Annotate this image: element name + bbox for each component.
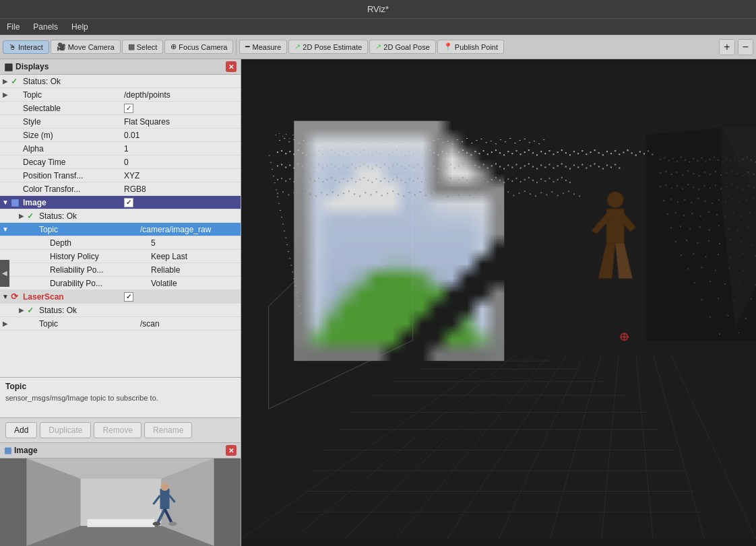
svg-rect-294 [581,164,583,166]
durability-row[interactable]: Durability Po... Volatile [0,277,241,290]
displays-close-btn[interactable]: ✕ [226,61,237,72]
remove-btn[interactable]: Remove [94,422,141,438]
svg-rect-107 [273,176,274,176]
svg-rect-215 [635,154,637,156]
svg-rect-426 [551,191,553,193]
svg-rect-144 [343,151,344,152]
remove-tool-btn[interactable]: − [738,39,753,55]
selectable-row[interactable]: Selectable ✓ [0,102,241,115]
svg-rect-339 [421,181,422,182]
svg-rect-353 [478,180,480,182]
position-transform-row[interactable]: Position Transf... XYZ [0,169,241,182]
status-row[interactable]: ▶ ✓ Status: Ok [0,75,241,88]
svg-rect-104 [269,155,270,156]
svg-rect-424 [540,192,542,193]
depth-row[interactable]: Depth 5 [0,236,241,250]
svg-rect-184 [507,151,509,152]
measure-tool[interactable]: ━ Measure [239,40,287,54]
svg-rect-379 [293,192,294,193]
rename-btn[interactable]: Rename [144,422,192,438]
svg-rect-65 [360,141,362,141]
pose-estimate-tool[interactable]: ↗ 2D Pose Estimate [288,40,368,54]
menu-help[interactable]: Help [67,21,92,33]
svg-rect-335 [404,182,406,183]
svg-rect-322 [351,178,352,179]
menu-file[interactable]: File [3,21,24,33]
alpha-row[interactable]: Alpha 1 [0,142,241,156]
svg-rect-222 [285,167,286,168]
3d-viewport[interactable] [241,59,756,546]
svg-rect-392 [365,192,366,193]
svg-rect-326 [367,180,369,181]
image-topic-row[interactable]: ▼ Topic /camera/image_raw [0,223,241,236]
svg-rect-337 [413,180,414,182]
desc-title: Topic [5,382,235,391]
svg-rect-108 [274,182,276,183]
svg-rect-68 [375,141,377,142]
laserscan-status-row[interactable]: ▶ ✓ Status: Ok [0,304,241,317]
svg-rect-328 [376,178,377,180]
svg-rect-380 [299,195,301,197]
menu-panels[interactable]: Panels [29,21,62,33]
goal-pose-tool[interactable]: ↗ 2D Goal Pose [369,40,435,54]
svg-rect-125 [298,299,299,300]
svg-rect-99 [524,139,526,139]
svg-rect-416 [497,192,498,193]
svg-rect-373 [561,177,563,178]
svg-rect-283 [536,168,538,170]
svg-rect-391 [359,196,360,197]
svg-rect-134 [302,152,303,153]
move-camera-tool[interactable]: 🎥 Move Camera [51,40,121,54]
svg-rect-155 [388,153,389,155]
camera-icon: 🎥 [57,42,66,51]
svg-rect-377 [282,191,284,193]
color-transform-row[interactable]: Color Transfor... RGB8 [0,182,241,196]
svg-rect-95 [505,141,506,142]
svg-rect-407 [447,196,449,197]
laserscan-checkbox[interactable]: ✓ [124,292,133,302]
svg-rect-147 [355,153,356,155]
svg-rect-355 [487,181,489,182]
image-panel-close-btn[interactable]: ✕ [226,445,237,456]
svg-rect-179 [487,153,489,155]
laserscan-topic-row[interactable]: ▶ Topic /scan [0,317,241,331]
laserscan-section[interactable]: ▼ ⟳ LaserScan ✓ [0,290,241,304]
svg-rect-106 [272,169,273,170]
svg-rect-406 [441,194,443,195]
add-tool-btn[interactable]: + [719,39,734,55]
svg-rect-340 [425,179,427,180]
focus-camera-tool[interactable]: ⊕ Focus Camera [164,40,233,54]
svg-rect-430 [573,194,575,195]
selectable-checkbox[interactable]: ✓ [124,104,133,113]
decay-time-row[interactable]: Decay Time 0 [0,156,241,169]
interact-tool[interactable]: 🖱 Interact [3,40,49,54]
style-row[interactable]: Style Flat Squares [0,115,241,129]
history-policy-row[interactable]: History Policy Keep Last [0,250,241,263]
svg-rect-165 [429,149,431,151]
svg-rect-421 [524,191,526,192]
svg-rect-71 [389,140,391,141]
size-row[interactable]: Size (m) 0.01 [0,129,241,142]
svg-rect-217 [643,153,645,154]
svg-rect-143 [339,154,340,156]
reliability-row[interactable]: Reliability Po... Reliable [0,263,241,277]
svg-rect-250 [400,166,402,168]
publish-point-tool[interactable]: 📍 Publish Point [437,40,504,54]
duplicate-btn[interactable]: Duplicate [40,422,91,438]
depth-topic-row[interactable]: ▶ Topic /depth/points [0,88,241,102]
select-tool[interactable]: ▦ Select [122,40,164,54]
panel-collapse-handle[interactable]: ◀ [0,260,9,287]
svg-rect-133 [298,149,299,151]
svg-rect-270 [483,164,484,166]
svg-rect-234 [335,166,336,168]
svg-rect-122 [293,279,294,279]
image-checkbox[interactable]: ✓ [124,198,133,207]
interact-icon: 🖱 [9,43,16,51]
svg-rect-156 [392,151,393,153]
prop-list[interactable]: ▶ ✓ Status: Ok ▶ Topic /depth/points Sel… [0,75,241,377]
svg-rect-207 [602,154,604,156]
image-section[interactable]: ▼ ▦ Image ✓ [0,196,241,209]
svg-point-8 [161,483,169,491]
add-display-btn[interactable]: Add [5,422,37,438]
image-status-row[interactable]: ▶ ✓ Status: Ok [0,209,241,223]
